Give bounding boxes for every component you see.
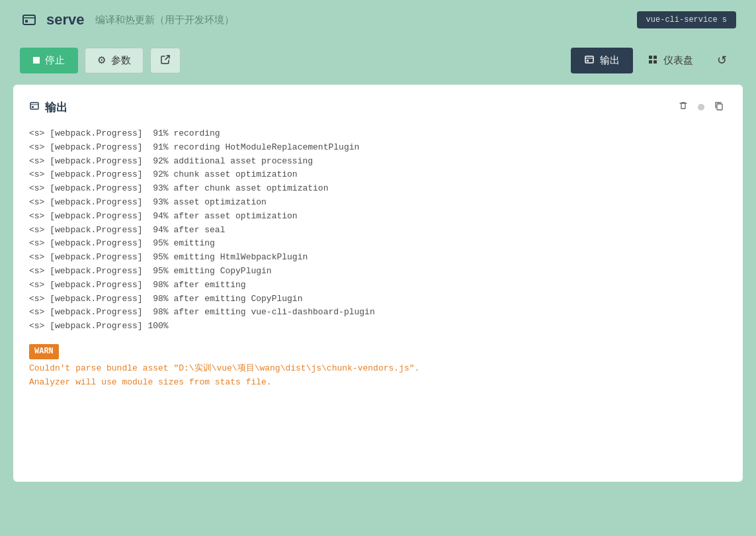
console-line: <s> [webpack.Progress] 92% chunk asset o… [29, 168, 727, 182]
serve-title: serve [46, 11, 85, 28]
header: serve 编译和热更新（用于开发环境） vue-cli-service s [0, 0, 756, 40]
toolbar-left: 停止 ⚙ 参数 [20, 48, 181, 73]
svg-rect-0 [23, 15, 35, 24]
open-button[interactable] [150, 48, 181, 73]
trash-icon [678, 102, 689, 113]
svg-rect-2 [25, 20, 28, 22]
output-tab-label: 输出 [600, 54, 620, 67]
params-label: 参数 [111, 54, 131, 67]
output-actions [675, 98, 727, 116]
open-external-icon [160, 54, 171, 67]
serve-icon [20, 11, 38, 29]
console-line: <s> [webpack.Progress] 93% asset optimiz… [29, 196, 727, 210]
refresh-icon: ↺ [717, 53, 727, 67]
console-line: <s> [webpack.Progress] 92% additional as… [29, 155, 727, 169]
console-line: <s> [webpack.Progress] 100% [29, 320, 727, 334]
console-line: <s> [webpack.Progress] 93% after chunk a… [29, 182, 727, 196]
serve-subtitle: 编译和热更新（用于开发环境） [95, 14, 234, 26]
toolbar-right: 输出 仪表盘 ↺ [571, 46, 736, 74]
console-line: <s> [webpack.Progress] 94% after asset o… [29, 210, 727, 224]
svg-rect-6 [649, 56, 652, 59]
toolbar: 停止 ⚙ 参数 输出 [0, 40, 756, 85]
stop-label: 停止 [45, 54, 65, 67]
output-tab-button[interactable]: 输出 [571, 48, 633, 73]
svg-rect-12 [32, 106, 34, 108]
output-icon [584, 54, 595, 67]
svg-rect-3 [585, 56, 593, 63]
clear-output-button[interactable] [675, 98, 691, 116]
svg-rect-7 [653, 56, 657, 59]
warn-line-1: Couldn't parse bundle asset "D:\实训\vue\项… [29, 362, 727, 376]
output-panel-title: 输出 [45, 100, 67, 115]
cli-badge: vue-cli-service s [637, 11, 736, 28]
gear-icon: ⚙ [97, 54, 106, 66]
console-output: <s> [webpack.Progress] 91% recording <s>… [29, 127, 727, 390]
main-panel: 输出 <s> [webpack.Prog [13, 85, 743, 482]
console-line: <s> [webpack.Progress] 94% after seal [29, 224, 727, 238]
copy-output-button[interactable] [711, 98, 727, 116]
warn-section: WARN Couldn't parse bundle asset "D:\实训\… [29, 344, 727, 390]
console-line: <s> [webpack.Progress] 95% emitting Copy… [29, 265, 727, 279]
svg-rect-10 [30, 103, 38, 109]
header-right: vue-cli-service s [637, 11, 736, 28]
console-line: <s> [webpack.Progress] 98% after emittin… [29, 292, 727, 306]
console-line: <s> [webpack.Progress] 98% after emittin… [29, 279, 727, 292]
svg-rect-5 [587, 60, 589, 62]
console-line: <s> [webpack.Progress] 98% after emittin… [29, 306, 727, 320]
svg-rect-9 [653, 60, 657, 64]
stop-icon [33, 57, 40, 64]
svg-rect-13 [717, 104, 722, 110]
console-line: <s> [webpack.Progress] 95% emitting Html… [29, 251, 727, 265]
dashboard-tab-label: 仪表盘 [663, 54, 693, 67]
console-line: <s> [webpack.Progress] 95% emitting [29, 237, 727, 251]
output-header: 输出 [29, 98, 727, 116]
dashboard-icon [648, 54, 658, 67]
header-left: serve 编译和热更新（用于开发环境） [20, 11, 234, 29]
svg-rect-8 [649, 60, 652, 64]
dashboard-tab-button[interactable]: 仪表盘 [636, 48, 705, 73]
warn-badge: WARN [29, 344, 59, 359]
console-line: <s> [webpack.Progress] 91% recording [29, 127, 727, 141]
status-dot [698, 104, 704, 111]
params-button[interactable]: ⚙ 参数 [85, 48, 144, 73]
warn-line-2: Analyzer will use module sizes from stat… [29, 376, 727, 390]
stop-button[interactable]: 停止 [20, 48, 78, 73]
output-title: 输出 [29, 100, 67, 115]
copy-icon [714, 102, 724, 113]
refresh-button[interactable]: ↺ [708, 46, 736, 74]
output-title-icon [29, 101, 40, 114]
console-line: <s> [webpack.Progress] 91% recording Hot… [29, 141, 727, 155]
